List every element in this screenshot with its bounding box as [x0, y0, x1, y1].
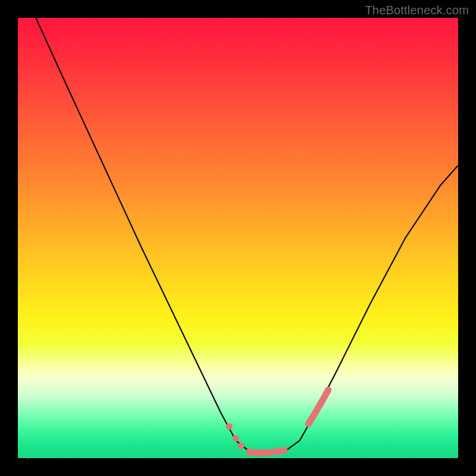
curve-layer	[18, 18, 458, 458]
plot-area	[18, 18, 458, 458]
marker-dot	[325, 387, 331, 393]
marker-dot	[281, 447, 287, 453]
trough-marker-group	[246, 447, 287, 456]
marker-dot	[264, 450, 270, 456]
marker-dot	[305, 421, 312, 427]
marker-dot	[255, 450, 261, 456]
marker-dot	[226, 423, 233, 430]
left-marker-group	[226, 423, 245, 449]
watermark-text: TheBottleneck.com	[365, 4, 469, 17]
right-marker-group	[305, 387, 331, 427]
marker-dot	[246, 449, 252, 455]
marker-dot	[312, 410, 318, 416]
chart-frame: TheBottleneck.com	[0, 0, 476, 476]
marker-dot	[272, 449, 278, 455]
marker-dot	[233, 435, 239, 441]
marker-dot	[238, 443, 245, 449]
marker-dot	[318, 399, 325, 405]
main-curve	[36, 18, 458, 453]
